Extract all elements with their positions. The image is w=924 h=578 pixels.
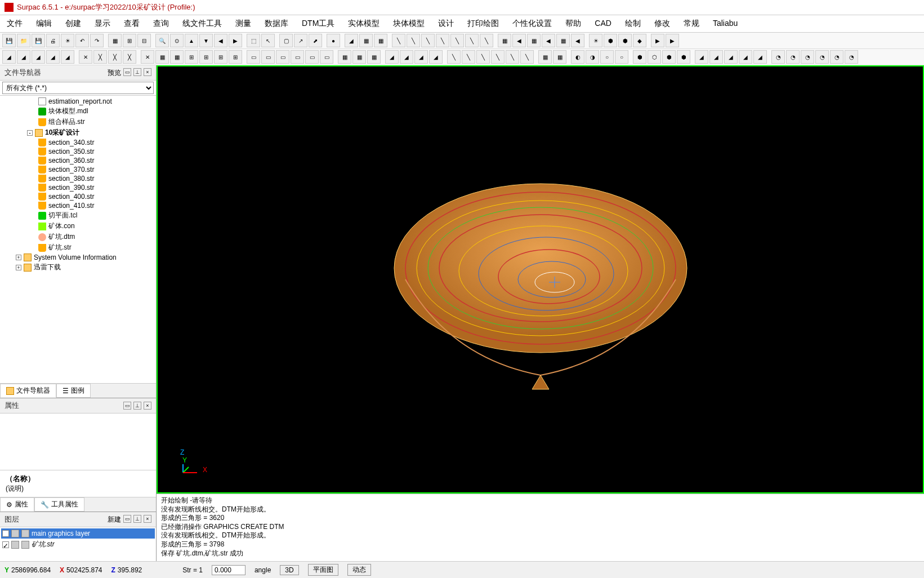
toolbar-button[interactable]: ╳ — [93, 50, 107, 64]
tree-expander-icon[interactable]: + — [16, 255, 21, 260]
tree-item[interactable]: +迅雷下载 — [1, 262, 155, 273]
toolbar-button[interactable]: ◢ — [739, 50, 752, 64]
toolbar-button[interactable]: ▼ — [199, 34, 213, 47]
toolbar-button[interactable]: ⊟ — [137, 34, 151, 47]
toolbar-button[interactable]: ◀ — [542, 34, 555, 47]
toolbar-button[interactable]: ⬢ — [604, 34, 617, 47]
menu-item[interactable]: 常规 — [681, 17, 702, 30]
toolbar-button[interactable]: ↗ — [294, 34, 307, 47]
toolbar-button[interactable]: ◢ — [709, 50, 723, 64]
tree-item[interactable]: section_380.str — [1, 174, 155, 183]
toolbar-button[interactable]: 🖨 — [46, 34, 60, 47]
menu-item[interactable]: Taliabu — [711, 17, 740, 30]
panel-close-icon[interactable]: × — [144, 402, 151, 410]
toolbar-button[interactable]: ◢ — [400, 50, 413, 64]
tree-item[interactable]: 矿体.con — [1, 221, 155, 232]
toolbar-button[interactable]: ▦ — [553, 50, 566, 64]
toolbar-button[interactable]: ◑ — [586, 50, 599, 64]
toolbar-button[interactable]: ▦ — [338, 50, 351, 64]
tree-expander-icon[interactable]: + — [16, 265, 21, 270]
toolbar-button[interactable]: ╲ — [407, 34, 420, 47]
toolbar-button[interactable]: ◔ — [801, 50, 814, 64]
toolbar-button[interactable]: ◀ — [512, 34, 526, 47]
toolbar-button[interactable]: ☀ — [589, 34, 602, 47]
panel-pin-icon[interactable]: ⊥ — [133, 68, 141, 76]
viewport-3d[interactable]: Z Y X — [157, 65, 924, 493]
tab-properties[interactable]: ⚙属性 — [0, 497, 34, 512]
tree-item[interactable]: 块体模型.mdl — [1, 106, 155, 117]
toolbar-button[interactable]: ⊞ — [214, 50, 227, 64]
toolbar-button[interactable]: ╲ — [480, 34, 493, 47]
tree-item[interactable]: section_400.str — [1, 192, 155, 201]
menu-item[interactable]: 个性化设置 — [510, 17, 554, 30]
toolbar-button[interactable]: ○ — [615, 50, 628, 64]
layer-item[interactable]: ✓矿坑.str — [1, 539, 155, 550]
toolbar-button[interactable]: ╳ — [123, 50, 136, 64]
tree-item[interactable]: section_370.str — [1, 165, 155, 174]
toolbar-button[interactable]: ☀ — [61, 34, 74, 47]
toolbar-button[interactable]: ⬢ — [662, 50, 676, 64]
toolbar-button[interactable]: ○ — [600, 50, 614, 64]
tree-item[interactable]: +System Volume Information — [1, 253, 155, 262]
toolbar-button[interactable]: ╳ — [108, 50, 122, 64]
menu-item[interactable]: 显示 — [92, 17, 113, 30]
panel-close-icon[interactable]: × — [144, 515, 151, 523]
new-layer-button[interactable]: 新建 — [108, 515, 121, 524]
menu-item[interactable]: 块体模型 — [391, 17, 427, 30]
toolbar-button[interactable]: ⬢ — [618, 34, 632, 47]
tree-item[interactable]: estimation_report.not — [1, 97, 155, 106]
toolbar-button[interactable]: ▦ — [556, 34, 570, 47]
toolbar-button[interactable]: ▶ — [229, 34, 242, 47]
menu-item[interactable]: 查看 — [122, 17, 142, 30]
toolbar-button[interactable]: ◢ — [695, 50, 708, 64]
toolbar-button[interactable]: 💾 — [32, 34, 45, 47]
toolbar-button[interactable]: ◢ — [724, 50, 738, 64]
lock-icon[interactable] — [21, 530, 29, 537]
menu-item[interactable]: 创建 — [63, 17, 83, 30]
menu-item[interactable]: 设计 — [436, 17, 456, 30]
dynamic-button[interactable]: 动态 — [347, 564, 371, 576]
toolbar-button[interactable]: ▭ — [320, 50, 333, 64]
tree-item[interactable]: 切平面.tcl — [1, 210, 155, 221]
menu-item[interactable]: 打印绘图 — [465, 17, 501, 30]
toolbar-button[interactable]: ╲ — [447, 50, 461, 64]
tree-item[interactable]: -10采矿设计 — [1, 127, 155, 138]
menu-item[interactable]: 线文件工具 — [180, 17, 224, 30]
tree-item[interactable]: 矿坑.str — [1, 242, 155, 253]
lock-icon[interactable] — [21, 541, 29, 549]
toolbar-button[interactable]: ╲ — [491, 50, 505, 64]
panel-pin-icon[interactable]: ⊥ — [133, 515, 141, 523]
menu-item[interactable]: 修改 — [652, 17, 672, 30]
panel-restore-icon[interactable]: ▭ — [123, 515, 131, 523]
toolbar-button[interactable]: ▶ — [666, 34, 679, 47]
toolbar-button[interactable]: ⊙ — [170, 34, 184, 47]
toolbar-button[interactable]: ▦ — [108, 34, 122, 47]
toolbar-button[interactable]: ✕ — [79, 50, 92, 64]
toolbar-button[interactable]: ↷ — [90, 34, 104, 47]
toolbar-button[interactable]: ◢ — [2, 50, 16, 64]
tree-item[interactable]: section_340.str — [1, 138, 155, 147]
layer-checkbox[interactable]: ✓ — [2, 541, 9, 548]
tree-expander-icon[interactable]: - — [27, 130, 33, 136]
tree-item[interactable]: 矿坑.dtm — [1, 232, 155, 242]
toolbar-button[interactable]: ⬢ — [677, 50, 690, 64]
file-filter-select[interactable]: 所有文件 (*.*) — [2, 82, 154, 94]
toolbar-button[interactable]: ╲ — [506, 50, 519, 64]
file-tree[interactable]: estimation_report.not块体模型.mdl组合样品.str-10… — [0, 96, 156, 383]
toolbar-button[interactable]: ◔ — [845, 50, 858, 64]
toolbar-button[interactable]: ▦ — [352, 50, 366, 64]
toolbar-button[interactable]: ⬈ — [309, 34, 322, 47]
tree-item[interactable]: 组合样品.str — [1, 117, 155, 127]
menu-item[interactable]: 编辑 — [34, 17, 54, 30]
toolbar-button[interactable]: ╲ — [465, 34, 479, 47]
toolbar-button[interactable]: ╲ — [462, 50, 475, 64]
menu-item[interactable]: 帮助 — [563, 17, 583, 30]
toolbar-button[interactable]: ◢ — [32, 50, 45, 64]
toolbar-button[interactable]: ⊞ — [199, 50, 213, 64]
toolbar-button[interactable]: ▭ — [305, 50, 319, 64]
toolbar-button[interactable]: ▦ — [170, 50, 184, 64]
toolbar-button[interactable]: ▲ — [185, 34, 198, 47]
toolbar-button[interactable]: ▦ — [367, 50, 381, 64]
layer-checkbox[interactable] — [2, 530, 9, 537]
toolbar-button[interactable]: ▦ — [374, 34, 387, 47]
